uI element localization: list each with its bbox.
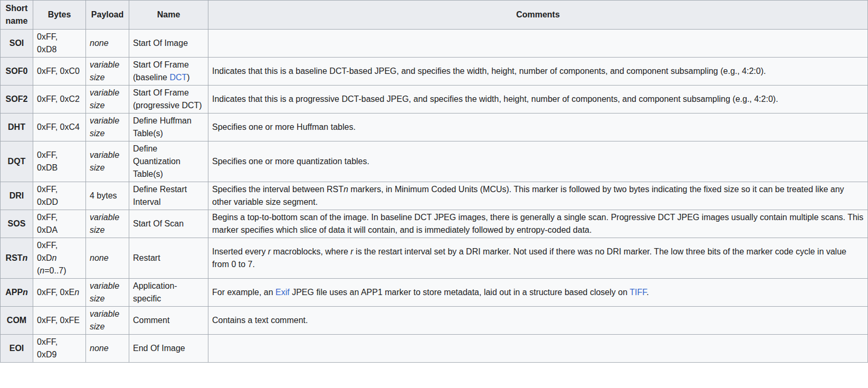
text: SOS — [8, 219, 26, 228]
cell-payload-sof0: variable size — [86, 58, 129, 86]
italic-text: n — [344, 185, 348, 194]
cell-name-sos: Start Of Scan — [129, 210, 208, 238]
text: EOI — [9, 344, 24, 353]
cell-payload-rstn: none — [86, 238, 129, 279]
text: Start Of Scan — [133, 219, 184, 228]
column-header-payload: Payload — [86, 1, 129, 30]
text: 0xFF, 0xC2 — [37, 94, 80, 103]
tiff-link[interactable]: TIFF — [629, 288, 646, 297]
dct-link[interactable]: DCT — [169, 73, 187, 82]
cell-bytes-com: 0xFF, 0xFE — [33, 307, 86, 335]
header-row: Short nameBytesPayloadNameComments — [1, 1, 868, 30]
table-row-sos: SOS0xFF,0xDAvariable sizeStart Of ScanBe… — [1, 210, 868, 238]
text: Restart — [133, 253, 160, 262]
cell-comments-com: Contains a text comment. — [208, 307, 868, 335]
cell-comments-eoi — [208, 335, 868, 363]
cell-comments-appn: For example, an Exif JPEG file uses an A… — [208, 279, 868, 307]
text: APP — [5, 288, 23, 297]
cell-name-dqt: Define Quantization Table(s) — [129, 141, 208, 182]
table-row-eoi: EOI0xFF,0xD9noneEnd Of Image — [1, 335, 868, 363]
text: 0xFF, — [37, 32, 58, 41]
cell-payload-sof2: variable size — [86, 86, 129, 113]
cell-bytes-sof0: 0xFF, 0xC0 — [33, 58, 86, 86]
italic-text: none — [90, 253, 109, 262]
text: End Of Image — [133, 344, 185, 353]
italic-text: n — [23, 288, 28, 297]
text: Contains a text comment. — [212, 316, 308, 325]
cell-bytes-soi: 0xFF,0xD8 — [33, 30, 86, 58]
text: For example, an — [212, 288, 275, 297]
table-body: SOI0xFF,0xD8noneStart Of ImageSOF00xFF, … — [1, 30, 868, 363]
cell-payload-soi: none — [86, 30, 129, 58]
cell-comments-dri: Specifies the interval between RSTn mark… — [208, 182, 868, 210]
cell-comments-rstn: Inserted every r macroblocks, where r is… — [208, 238, 868, 279]
cell-comments-dht: Specifies one or more Huffman tables. — [208, 113, 868, 141]
cell-short-name-dqt: DQT — [1, 141, 33, 182]
cell-comments-soi — [208, 30, 868, 58]
cell-payload-com: variable size — [86, 307, 129, 335]
text: Define Huffman Table(s) — [133, 116, 192, 138]
text: 0xD — [37, 253, 52, 262]
text: DHT — [8, 122, 25, 131]
cell-short-name-dri: DRI — [1, 182, 33, 210]
table-row-dht: DHT0xFF, 0xC4variable sizeDefine Huffman… — [1, 113, 868, 141]
cell-bytes-eoi: 0xFF,0xD9 — [33, 335, 86, 363]
cell-name-appn: Application-specific — [129, 279, 208, 307]
text: 0xFF, 0xC4 — [37, 122, 80, 131]
cell-short-name-sof2: SOF2 — [1, 86, 33, 113]
italic-text: n — [74, 288, 79, 297]
cell-name-sof2: Start Of Frame (progressive DCT) — [129, 86, 208, 113]
cell-short-name-sof0: SOF0 — [1, 58, 33, 86]
text: 0xFF, — [37, 185, 58, 194]
cell-short-name-sos: SOS — [1, 210, 33, 238]
jpeg-markers-table: Short nameBytesPayloadNameComments SOI0x… — [0, 0, 868, 363]
text: 0xFF, — [37, 150, 58, 159]
cell-payload-dri: 4 bytes — [86, 182, 129, 210]
cell-name-eoi: End Of Image — [129, 335, 208, 363]
cell-comments-sos: Begins a top-to-bottom scan of the image… — [208, 210, 868, 238]
italic-text: variable size — [90, 281, 119, 303]
text: 0xFF, — [37, 337, 58, 346]
text: Start Of Frame (progressive DCT) — [133, 88, 202, 110]
cell-bytes-sof2: 0xFF, 0xC2 — [33, 86, 86, 113]
cell-name-dri: Define Restart Interval — [129, 182, 208, 210]
text: COM — [7, 316, 26, 325]
text: DQT — [8, 157, 26, 166]
cell-bytes-dht: 0xFF, 0xC4 — [33, 113, 86, 141]
text: Application-specific — [133, 281, 177, 303]
italic-text: none — [90, 39, 109, 48]
cell-payload-sos: variable size — [86, 210, 129, 238]
cell-short-name-dht: DHT — [1, 113, 33, 141]
cell-bytes-appn: 0xFF, 0xEn — [33, 279, 86, 307]
text: Indicates that this is a progressive DCT… — [212, 94, 778, 103]
text: 0xFF, — [37, 241, 58, 250]
cell-bytes-sos: 0xFF,0xDA — [33, 210, 86, 238]
text: Inserted every — [212, 247, 268, 256]
exif-link[interactable]: Exif — [275, 288, 290, 297]
italic-text: variable size — [90, 88, 119, 110]
italic-text: n — [40, 266, 44, 275]
table-row-sof2: SOF20xFF, 0xC2variable sizeStart Of Fram… — [1, 86, 868, 113]
cell-payload-dqt: variable size — [86, 141, 129, 182]
italic-text: n — [52, 253, 56, 262]
italic-text: none — [90, 344, 109, 353]
cell-short-name-com: COM — [1, 307, 33, 335]
text: Specifies one or more Huffman tables. — [212, 122, 356, 131]
text: Define Restart Interval — [133, 185, 187, 206]
table-row-rstn: RSTn0xFF,0xDn(n=0..7)noneRestartInserted… — [1, 238, 868, 279]
text: Specifies the interval between RST — [212, 185, 344, 194]
text: . — [646, 288, 648, 297]
cell-bytes-dqt: 0xFF,0xDB — [33, 141, 86, 182]
cell-payload-dht: variable size — [86, 113, 129, 141]
cell-name-soi: Start Of Image — [129, 30, 208, 58]
cell-short-name-eoi: EOI — [1, 335, 33, 363]
text: Indicates that this is a baseline DCT-ba… — [212, 67, 766, 75]
cell-short-name-soi: SOI — [1, 30, 33, 58]
text: 0xFF, 0xC0 — [37, 67, 80, 75]
text: 0xFF, — [37, 213, 58, 222]
text: RST — [6, 253, 23, 262]
column-header-comments: Comments — [208, 1, 868, 30]
text: JPEG file uses an APP1 marker to store m… — [290, 288, 629, 297]
cell-short-name-rstn: RSTn — [1, 238, 33, 279]
cell-bytes-dri: 0xFF,0xDD — [33, 182, 86, 210]
